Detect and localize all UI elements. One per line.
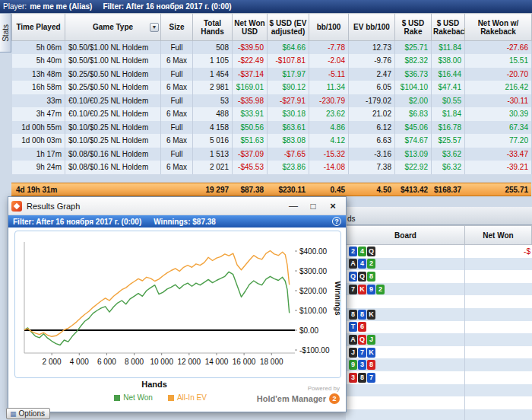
column-header[interactable]: Size xyxy=(161,14,193,41)
tab-stats[interactable]: Stats xyxy=(0,13,11,52)
chart-legend: Net Won All-In EV xyxy=(31,393,290,402)
cell-rakeback: $25.57 xyxy=(432,134,465,148)
maximize-button[interactable]: □ xyxy=(303,201,323,212)
column-header[interactable]: Time Played xyxy=(12,14,65,41)
column-header[interactable]: Net Won USD xyxy=(233,14,268,41)
column-header[interactable]: Total Hands xyxy=(193,14,233,41)
card-4c-icon: 4 xyxy=(358,247,366,256)
bottom-panel-tabs[interactable]: ds xyxy=(342,207,532,225)
help-icon[interactable]: ? xyxy=(332,217,341,226)
board-row[interactable]: 387 xyxy=(346,371,532,384)
cell-net_won: -$37.09 xyxy=(233,148,268,161)
column-header[interactable]: $ USD (EV adjusted) xyxy=(268,14,309,41)
cell-ev_adj: $30.18 xyxy=(268,107,309,121)
cell-hands: 1 454 xyxy=(193,68,233,81)
results-graph-titlebar[interactable]: Results Graph — □ × xyxy=(8,197,346,215)
card-3h-icon: 3 xyxy=(349,373,357,383)
cell-bb100: -14.08 xyxy=(309,161,349,174)
column-header[interactable]: bb/100 xyxy=(309,14,349,41)
cell-net_won: -$22.49 xyxy=(233,54,268,68)
table-row[interactable]: 33m€0.10/€0.25 NL HoldemFull53-$35.98-$2… xyxy=(12,94,532,108)
card-8d-icon: 8 xyxy=(358,310,366,320)
totals-net-won-rakeback: 255.71 xyxy=(464,183,531,196)
board-row[interactable]: AQJ xyxy=(346,333,532,346)
board-row[interactable]: 88K xyxy=(346,308,532,321)
card-9d-icon: 9 xyxy=(367,285,375,294)
svg-text:4 000: 4 000 xyxy=(70,358,89,366)
board-row[interactable] xyxy=(346,396,532,409)
column-header[interactable]: $ USD Rakeback xyxy=(432,14,465,41)
table-row[interactable]: 16h 58m$0.25/$0.50 NL Holdem6 Max2 981$1… xyxy=(12,81,532,94)
cell-rakeback: $11.84 xyxy=(432,41,465,55)
player-label: Player: xyxy=(3,2,27,11)
column-header[interactable]: $ USD Rake xyxy=(395,14,432,41)
cell-net_won: $50.56 xyxy=(233,121,268,135)
cell-game: $0.25/$0.50 NL Holdem xyxy=(65,81,161,94)
cell-rake: $104.10 xyxy=(395,81,432,94)
cell-hands: 5 016 xyxy=(193,134,233,148)
svg-text:-$100.00: -$100.00 xyxy=(299,346,330,355)
legend-all-in-ev: All-In EV xyxy=(168,393,207,402)
cell-bb100: 23.62 xyxy=(309,107,349,121)
cell-net_rb: 30.39 xyxy=(465,107,532,121)
cell-rakeback: $3.62 xyxy=(432,148,465,161)
cell-net_won: -$45.53 xyxy=(233,161,268,174)
minimize-button[interactable]: — xyxy=(283,201,303,212)
board-row[interactable]: 24Q-$ xyxy=(346,245,532,258)
board-row[interactable]: A42 xyxy=(346,258,532,271)
table-row[interactable]: 13h 48m$0.25/$0.50 NL HoldemFull1 454-$3… xyxy=(12,68,532,81)
table-row[interactable]: 5h 06m$0.50/$1.00 NL HoldemFull508-$39.5… xyxy=(12,41,532,55)
cell-game: €0.10/€0.25 NL Holdem xyxy=(65,107,161,121)
cell-rake: $6.83 xyxy=(395,107,432,121)
table-row[interactable]: 1d 00h 55m$0.10/$0.25 NL HoldemFull4 158… xyxy=(12,121,532,135)
svg-text:$300.00: $300.00 xyxy=(299,267,328,275)
svg-text:14 000: 14 000 xyxy=(205,358,229,366)
board-row[interactable] xyxy=(346,409,532,420)
table-row[interactable]: 3h 47m€0.10/€0.25 NL Holdem6 Max488$33.9… xyxy=(12,107,532,121)
column-header-board[interactable]: Board xyxy=(346,225,465,245)
game-type-filter-dropdown-icon[interactable]: ▼ xyxy=(150,23,159,32)
totals-rake: $413.42 xyxy=(394,183,431,196)
cell-time: 1d 00h 03m xyxy=(12,134,65,148)
cell-rake: $25.71 xyxy=(395,41,432,55)
cell-ev_adj: $23.86 xyxy=(268,161,309,174)
card-As-icon: A xyxy=(349,335,357,345)
cell-hands: 1 105 xyxy=(193,54,233,68)
cell-game: $0.08/$0.16 NL Holdem xyxy=(65,161,161,174)
card-8c-icon: 8 xyxy=(367,272,375,282)
column-header[interactable]: Net Won w/ Rakeback xyxy=(465,14,532,41)
cell-time: 5h 40m xyxy=(12,54,65,68)
column-header-net-won[interactable]: Net Won xyxy=(465,225,532,245)
legend-net-won: Net Won xyxy=(114,393,153,402)
cell-rakeback: $1.84 xyxy=(432,107,465,121)
board-row[interactable]: QQ8 xyxy=(346,270,532,283)
table-row[interactable]: 1h 17m$0.08/$0.16 NL HoldemFull1 513-$37… xyxy=(12,148,532,161)
card-8h-icon: 8 xyxy=(367,360,375,370)
table-row[interactable]: 5h 40m$0.50/$1.00 NL Holdem6 Max1 105-$2… xyxy=(12,54,532,68)
column-header[interactable]: EV bb/100 xyxy=(349,14,395,41)
player-name: me me me (Alias) xyxy=(30,2,92,11)
board-row[interactable]: J7K xyxy=(346,346,532,359)
cell-rake: $45.06 xyxy=(395,121,432,135)
close-button[interactable]: × xyxy=(323,200,343,212)
options-button[interactable]: ▦ Options xyxy=(6,408,50,419)
board-row[interactable]: T6 xyxy=(346,321,532,334)
cell-net_rb: 216.42 xyxy=(465,81,532,94)
board-row[interactable]: 938 xyxy=(346,358,532,371)
svg-text:18 000: 18 000 xyxy=(260,358,283,366)
svg-text:$100.00: $100.00 xyxy=(299,307,328,315)
cell-net_rb: -27.66 xyxy=(465,41,532,55)
cell-net_won: -$37.14 xyxy=(233,68,268,81)
cell-bb100: -7.78 xyxy=(309,41,349,55)
cell-ev_bb100: 21.02 xyxy=(349,107,395,121)
board-row[interactable] xyxy=(346,295,532,308)
stats-table: Time PlayedGame Type▼SizeTotal HandsNet … xyxy=(11,13,532,174)
column-header[interactable]: Game Type▼ xyxy=(65,14,161,41)
table-row[interactable]: 1d 00h 03m$0.10/$0.25 NL Holdem6 Max5 01… xyxy=(12,134,532,148)
board-row[interactable]: 7K92 xyxy=(346,283,532,296)
cell-ev_adj: -$7.65 xyxy=(268,148,309,161)
cell-net_rb: -30.11 xyxy=(465,94,532,108)
results-chart-svg: 2 0004 0006 0008 00010 00012 00014 00016… xyxy=(15,231,340,377)
table-row[interactable]: 9h 24m$0.08/$0.16 NL Holdem6 Max2 021-$4… xyxy=(12,161,532,174)
board-row[interactable] xyxy=(346,384,532,397)
